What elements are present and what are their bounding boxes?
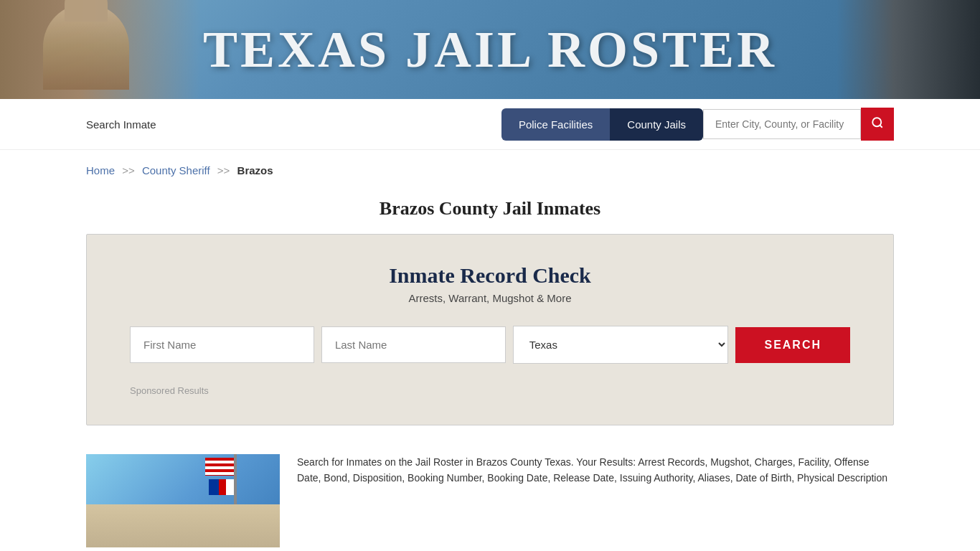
police-facilities-button[interactable]: Police Facilities: [501, 108, 610, 141]
breadcrumb-county-sheriff[interactable]: County Sheriff: [142, 164, 210, 176]
svg-point-0: [872, 118, 881, 126]
capitol-dome: [43, 4, 129, 90]
site-title: Texas Jail Roster: [203, 20, 777, 80]
bottom-content: Search for Inmates on the Jail Roster in…: [0, 440, 980, 551]
banner-capitol-bg: [0, 0, 201, 99]
inmate-search-button[interactable]: SEARCH: [735, 327, 850, 363]
county-jails-button[interactable]: County Jails: [610, 108, 703, 141]
building-facade: [86, 504, 280, 547]
nav-search-icon-button[interactable]: [861, 108, 894, 141]
county-building-image: [86, 454, 280, 547]
breadcrumb-home[interactable]: Home: [86, 164, 115, 176]
banner-right-image: [837, 0, 980, 99]
breadcrumb: Home >> County Sheriff >> Brazos: [0, 150, 980, 191]
us-flag: [205, 458, 234, 476]
svg-line-1: [880, 125, 882, 127]
page-title-section: Brazos County Jail Inmates: [0, 191, 980, 234]
first-name-input[interactable]: [130, 326, 314, 363]
search-icon: [871, 116, 884, 129]
record-check-box: Inmate Record Check Arrests, Warrant, Mu…: [86, 234, 894, 425]
last-name-input[interactable]: [321, 326, 506, 363]
record-check-heading: Inmate Record Check: [130, 263, 850, 288]
breadcrumb-sep1: >>: [122, 164, 135, 176]
nav-bar: Search Inmate Police Facilities County J…: [0, 99, 980, 150]
county-description: Search for Inmates on the Jail Roster in…: [297, 454, 894, 486]
record-check-subtitle: Arrests, Warrant, Mugshot & More: [130, 292, 850, 304]
texas-flag: [209, 479, 234, 495]
state-select[interactable]: Texas: [513, 326, 729, 364]
nav-search-label: Search Inmate: [86, 118, 156, 131]
facility-search-input[interactable]: [703, 109, 861, 139]
inmate-search-form: Texas SEARCH: [130, 326, 850, 364]
page-title: Brazos County Jail Inmates: [0, 198, 980, 220]
sponsored-results-label: Sponsored Results: [130, 385, 850, 396]
breadcrumb-sep2: >>: [217, 164, 230, 176]
header-banner: Texas Jail Roster: [0, 0, 980, 99]
breadcrumb-current: Brazos: [237, 164, 273, 176]
nav-right-group: Police Facilities County Jails: [501, 108, 894, 141]
